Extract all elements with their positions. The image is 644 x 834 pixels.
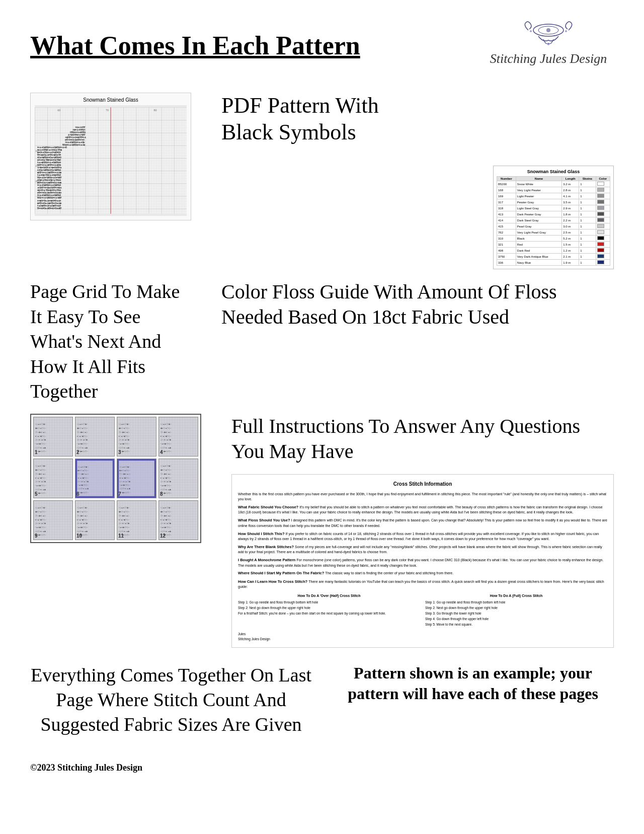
svg-text:×▲●◆□▽◇○: ×▲●◆□▽◇○ — [35, 443, 46, 445]
thumb-cell: ×◇▲●□▽◆× ◆●□×▲▽◇○ ▽×○◆●□▲◇ ●□▲×◆▽◇○ ◇×○●… — [33, 459, 73, 498]
svg-text:●□▲×◆▽◇○: ●□▲×◆▽◇○ — [119, 435, 130, 437]
svg-text:◆●□×▲▽◇○: ◆●□×▲▽◇○ — [35, 511, 46, 513]
svg-text:×◇▲●□▽◆×: ×◇▲●□▽◆× — [160, 466, 172, 468]
svg-text:●□▲×◆▽◇○: ●□▲×◆▽◇○ — [119, 519, 130, 521]
table-row: 310 Black 5.2 m 1 — [497, 236, 610, 242]
thumb-cell-inner: ×◇▲●□▽◆× ◆●□×▲▽◇○ ▽×○◆●□▲◇ ●□▲×◆▽◇○ ◇×○●… — [75, 459, 114, 498]
thumb-cell-inner: ×◇▲●□▽◆× ◆●□×▲▽◇○ ▽×○◆●□▲◇ ●□▲×◆▽◇○ ◇×○●… — [34, 459, 72, 498]
svg-text:20: 20 — [35, 180, 38, 183]
info-doc-intro: Whether this is the first cross stitch p… — [238, 492, 607, 502]
svg-text:●□▲×◆▽◇○: ●□▲×◆▽◇○ — [35, 519, 46, 521]
svg-text:×◇▲●□▽◆×: ×◇▲●□▽◆× — [77, 507, 88, 509]
info-section: What Fabric Should You Choose? It's my b… — [238, 505, 607, 515]
svg-text:◇×○●□▲▽◆: ◇×○●□▲▽◆ — [119, 523, 130, 525]
svg-text:□◇▽×●○▲◆: □◇▽×●○▲◆ — [119, 488, 130, 490]
col-length: Length — [562, 177, 579, 181]
instructions-heading: Full Instructions To Answer Any Question… — [231, 414, 614, 464]
header: What Comes In Each Pattern Stitching Jul… — [30, 20, 614, 72]
svg-text:▽×○◆●□▲◇: ▽×○◆●□▲◇ — [77, 515, 89, 517]
thumb-cell-inner: ×◇▲●□▽◆× ◆●□×▲▽◇○ ▽×○◆●□▲◇ ●□▲×◆▽◇○ ◇×○●… — [34, 501, 72, 540]
thumb-cell-inner: ×◇▲●□▽◆× ◆●□×▲▽◇○ ▽×○◆●□▲◇ ●□▲×◆▽◇○ ◇×○●… — [34, 417, 72, 456]
thumb-cell: ×◇▲●□▽◆× ◆●□×▲▽◇○ ▽×○◆●□▲◇ ●□▲×◆▽◇○ ◇×○●… — [75, 459, 115, 498]
svg-text:◆●□×▲▽◇○: ◆●□×▲▽◇○ — [160, 469, 172, 471]
svg-text:□◇▽×●○▲◆: □◇▽×●○▲◆ — [160, 447, 172, 449]
thumb-number: 6 — [76, 491, 79, 497]
svg-text:◆●□×▲▽◇○: ◆●□×▲▽◇○ — [35, 469, 46, 471]
svg-text:▽×○◆●□▲◇: ▽×○◆●□▲◇ — [119, 431, 130, 433]
page-grid-text: Page Grid To Make It Easy To See What's … — [30, 279, 191, 404]
col-number: Number — [497, 177, 516, 181]
svg-text:▽×○◆●□▲◇: ▽×○◆●□▲◇ — [160, 473, 172, 475]
svg-point-5 — [547, 43, 549, 45]
svg-text:×○▲●□◆▽◇×○▲●□◆▽◇×○▲●□: ×○▲●□◆▽◇×○▲●□◆▽◇×○▲●□ — [37, 146, 67, 148]
svg-text:×▲●◆□▽◇○: ×▲●◆□▽◇○ — [119, 443, 130, 445]
svg-text:×◇▲●□▽◆×: ×◇▲●□▽◆× — [35, 507, 46, 509]
thumb-number: 9 — [35, 533, 38, 539]
section-instructions: ×◇▲●□▽◆× ◆●□×▲▽◇○ ▽×○◆●□▲◇ ●□▲×◆▽◇○ ◇×○●… — [30, 414, 614, 647]
thumb-number: 11 — [118, 533, 124, 539]
svg-text:◆●□×▲▽◇○: ◆●□×▲▽◇○ — [119, 511, 130, 513]
svg-text:◇×○●□▲▽◆: ◇×○●□▲▽◆ — [119, 439, 130, 441]
svg-text:×◇▲●□▽◆×: ×◇▲●□▽◆× — [119, 507, 130, 509]
stitch-pattern-svg: ×◇▲●□▽◆×▲○●□◇▲▽×◆ ◆●□×▲▽◇○●▲□×◆▽●□× ▽×○◆… — [35, 105, 187, 216]
footer-copyright: ©2023 Stitching Jules Design — [30, 763, 614, 773]
svg-text:60: 60 — [57, 109, 60, 112]
svg-text:10: 10 — [35, 149, 38, 153]
svg-text:15: 15 — [35, 165, 38, 168]
thumb-cell-inner: ×◇▲●□▽◆× ◆●□×▲▽◇○ ▽×○◆●□▲◇ ●□▲×◆▽◇○ ◇×○●… — [159, 459, 198, 498]
thumb-cell: ×◇▲●□▽◆× ◆●□×▲▽◇○ ▽×○◆●□▲◇ ●□▲×◆▽◇○ ◇×○●… — [75, 500, 115, 540]
info-section: I Bought A Monochrome Pattern For monoch… — [238, 558, 607, 568]
page-title: What Comes In Each Pattern — [30, 20, 360, 61]
table-row: B5200 Snow White 3.2 m 1 — [497, 181, 610, 187]
thumb-cell: ×◇▲●□▽◆× ◆●□×▲▽◇○ ▽×○◆●□▲◇ ●□▲×◆▽◇○ ◇×○●… — [158, 500, 198, 540]
svg-text:●□▲×◆▽◇○: ●□▲×◆▽◇○ — [77, 519, 88, 521]
svg-text:●□▲×◆▽◇○: ●□▲×◆▽◇○ — [35, 435, 46, 437]
table-row: 498 Dark Red 1.2 m 1 — [497, 248, 610, 254]
svg-text:×▲●◆□▽◇○: ×▲●◆□▽◇○ — [160, 443, 172, 445]
svg-text:●□▲×◆▽◇○: ●□▲×◆▽◇○ — [77, 435, 88, 437]
svg-text:●□▲×◆▽◇○: ●□▲×◆▽◇○ — [77, 477, 88, 479]
table-row: 169 Light Pewter 4.1 m 1 — [497, 193, 610, 199]
table-row: 317 Pewter Gray 3.5 m 1 — [497, 199, 610, 205]
svg-text:80: 80 — [154, 109, 157, 112]
footer: ©2023 Stitching Jules Design — [30, 752, 614, 773]
svg-text:▽●○◇×□▲◆▽●○◇×□▲◆▽: ▽●○◇×□▲◆▽●○◇×□▲◆▽ — [37, 206, 62, 209]
svg-text:●□▲×◆▽◇○: ●□▲×◆▽◇○ — [119, 477, 130, 479]
table-row: 318 Light Steel Gray 2.9 m 1 — [497, 205, 610, 211]
svg-text:◇×○●□▲▽◆: ◇×○●□▲▽◆ — [160, 523, 172, 525]
info-section: How Should I Stitch This? If you prefer … — [238, 532, 607, 542]
svg-text:×▲●◆□▽◇○: ×▲●◆□▽◇○ — [77, 484, 88, 486]
svg-text:◇×○●□▲▽◆: ◇×○●□▲▽◆ — [119, 481, 130, 483]
svg-text:◇×○●□▲▽◆: ◇×○●□▲▽◆ — [77, 439, 89, 441]
table-row: 3750 Very Dark Antique Blue 2.1 m 1 — [497, 254, 610, 260]
col-skeins: Skeins — [579, 177, 596, 181]
col-name: Name — [516, 177, 561, 181]
thumb-number: 2 — [76, 449, 79, 455]
thumb-cell-inner: ×◇▲●□▽◆× ◆●□×▲▽◇○ ▽×○◆●□▲◇ ●□▲×◆▽◇○ ◇×○●… — [159, 417, 198, 456]
info-section: What Floss Should You Use? I designed th… — [238, 518, 607, 528]
pdf-heading: PDF Pattern With Black Symbols — [221, 93, 379, 146]
section-bottom: Everything Comes Together On Last Page W… — [30, 663, 614, 737]
signature: Jules Stitching Jules Design — [238, 632, 607, 641]
svg-text:70: 70 — [106, 109, 109, 112]
svg-text:□◇▽×●○▲◆: □◇▽×●○▲◆ — [160, 489, 172, 491]
svg-text:□◇▽×●○▲◆: □◇▽×●○▲◆ — [35, 489, 47, 491]
table-row: 415 Pearl Gray 3.0 m 1 — [497, 223, 610, 230]
svg-text:□◇▽×●○▲◆: □◇▽×●○▲◆ — [77, 530, 89, 533]
svg-text:□◇▽×●○▲◆: □◇▽×●○▲◆ — [119, 530, 130, 533]
svg-text:◇×○●□▲▽◆: ◇×○●□▲▽◆ — [160, 481, 172, 483]
svg-text:▽×○◆●□▲◇: ▽×○◆●□▲◇ — [77, 474, 89, 476]
svg-text:▽×○◆●□▲◇: ▽×○◆●□▲◇ — [119, 474, 130, 476]
thumb-cell-inner: ×◇▲●□▽◆× ◆●□×▲▽◇○ ▽×○◆●□▲◇ ●□▲×◆▽◇○ ◇×○●… — [75, 417, 114, 456]
thumb-cell: ×◇▲●□▽◆× ◆●□×▲▽◇○ ▽×○◆●□▲◇ ●□▲×◆▽◇○ ◇×○●… — [117, 459, 156, 498]
svg-text:×▲●◆□▽◇○: ×▲●◆□▽◇○ — [77, 526, 88, 528]
svg-text:□◇▽×●○▲◆: □◇▽×●○▲◆ — [77, 447, 89, 449]
svg-text:◆●□×▲▽◇○: ◆●□×▲▽◇○ — [35, 427, 46, 429]
grid-image: ×◇▲●□▽◆×▲○●□◇▲▽×◆ ◆●□×▲▽◇○●▲□×◆▽●□× ▽×○◆… — [35, 105, 187, 216]
info-doc-sections: What Fabric Should You Choose? It's my b… — [238, 505, 607, 589]
svg-text:◇×○●□▲▽◆: ◇×○●□▲▽◆ — [35, 523, 47, 525]
page-grid-thumbnails: ×◇▲●□▽◆× ◆●□×▲▽◇○ ▽×○◆●□▲◇ ●□▲×◆▽◇○ ◇×○●… — [30, 414, 201, 543]
table-row: 321 Red 1.5 m 1 — [497, 242, 610, 248]
col-color: Color — [596, 177, 610, 181]
svg-text:×▲●◆□▽◇○: ×▲●◆□▽◇○ — [35, 526, 46, 528]
